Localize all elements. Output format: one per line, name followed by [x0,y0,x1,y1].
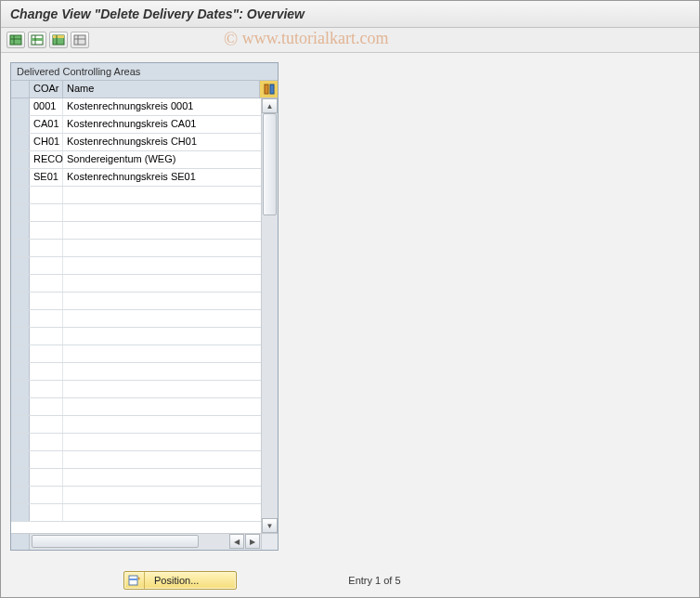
table-row-empty[interactable] [11,504,261,522]
hscroll-corner-right [261,534,278,550]
entry-counter: Entry 1 of 5 [348,575,400,586]
hscroll-thumb[interactable] [32,535,199,548]
column-header-coar[interactable]: COAr [30,81,63,98]
row-selector[interactable] [11,416,30,433]
row-selector[interactable] [11,469,30,486]
row-selector[interactable] [11,98,30,115]
svg-rect-13 [270,84,274,94]
table-row-empty[interactable] [11,345,261,363]
row-selector[interactable] [11,257,30,274]
cell-coar[interactable]: 0001 [30,98,63,115]
svg-rect-4 [32,38,43,41]
row-selector[interactable] [11,240,30,256]
table-row-empty[interactable] [11,222,261,240]
hscroll-track[interactable]: ◀ ▶ [30,534,261,550]
cell-coar[interactable]: SE01 [30,169,63,186]
cell-name[interactable]: Kostenrechnungskreis CH01 [63,134,261,150]
table-row-empty[interactable] [11,451,261,469]
toolbar-btn-1[interactable] [6,32,25,48]
scroll-right-button[interactable]: ▶ [245,534,260,549]
row-selector[interactable] [11,381,30,397]
cell-name[interactable]: Kostenrechnungskreis CA01 [63,116,261,133]
toolbar [1,28,699,53]
position-button[interactable]: Position... [123,571,237,590]
row-selector[interactable] [11,134,30,150]
hscroll-corner-left [11,534,30,550]
cell-name[interactable]: Kostenrechnungskreis 0001 [63,98,261,115]
header-row-selector[interactable] [11,81,30,98]
cell-name[interactable]: Kostenrechnungskreis SE01 [63,169,261,186]
table-row-empty[interactable] [11,240,261,257]
row-selector[interactable] [11,345,30,362]
page-title: Change View "Delete Delivery Dates": Ove… [1,1,699,28]
table-row-empty[interactable] [11,487,261,504]
table-row-empty[interactable] [11,434,261,451]
footer: Position... Entry 1 of 5 [1,571,699,590]
table-row-empty[interactable] [11,310,261,328]
row-selector[interactable] [11,151,30,168]
table-row[interactable]: SE01Kostenrechnungskreis SE01 [11,169,261,187]
table-row-empty[interactable] [11,328,261,345]
row-selector[interactable] [11,487,30,503]
row-selector[interactable] [11,116,30,133]
row-selector[interactable] [11,222,30,239]
scroll-down-button[interactable]: ▼ [262,518,278,533]
row-selector[interactable] [11,434,30,450]
table-row-empty[interactable] [11,416,261,434]
scroll-up-button[interactable]: ▲ [262,98,278,113]
table-row[interactable]: RECOSondereigentum (WEG) [11,151,261,169]
panel-title: Delivered Controlling Areas [11,63,278,81]
toolbar-btn-2[interactable] [28,32,46,48]
grid-header: COAr Name [11,81,278,98]
configure-columns-button[interactable] [259,81,278,98]
row-selector[interactable] [11,451,30,468]
scroll-thumb[interactable] [263,113,277,215]
cell-coar[interactable]: CA01 [30,116,63,133]
table-row-empty[interactable] [11,469,261,487]
table-row-empty[interactable] [11,398,261,416]
toolbar-btn-4[interactable] [71,32,89,48]
table-row-empty[interactable] [11,363,261,381]
table-green-icon [9,33,22,46]
table-row-empty[interactable] [11,187,261,204]
svg-rect-15 [129,578,137,580]
controlling-areas-panel: Delivered Controlling Areas COAr Name 00… [10,62,279,551]
row-selector[interactable] [11,363,30,380]
row-selector[interactable] [11,328,30,344]
column-header-name[interactable]: Name [63,81,259,98]
svg-rect-0 [10,35,21,45]
cell-coar[interactable]: RECO [30,151,63,168]
vertical-scrollbar[interactable]: ▲ ▼ [261,98,278,533]
row-selector[interactable] [11,275,30,292]
table-row[interactable]: 0001Kostenrechnungskreis 0001 [11,98,261,116]
table-yellow-icon [52,33,65,46]
table-row-empty[interactable] [11,257,261,275]
scroll-left-button[interactable]: ◀ [229,534,244,549]
table-gray-icon [73,33,86,46]
cell-name[interactable]: Sondereigentum (WEG) [63,151,261,168]
grid: COAr Name 0001Kostenrechnungskreis 0001 … [11,81,278,550]
scroll-track[interactable] [262,113,278,518]
row-selector[interactable] [11,398,30,415]
table-row[interactable]: CA01Kostenrechnungskreis CA01 [11,116,261,134]
position-icon [124,572,145,589]
row-selector[interactable] [11,310,30,327]
table-row-empty[interactable] [11,275,261,292]
toolbar-btn-3[interactable] [49,32,68,48]
table-row-empty[interactable] [11,381,261,398]
content-area: Delivered Controlling Areas COAr Name 00… [1,53,699,564]
table-row-empty[interactable] [11,292,261,310]
svg-rect-7 [53,35,64,38]
position-button-label: Position... [145,575,236,586]
svg-rect-12 [265,84,268,94]
cell-coar[interactable]: CH01 [30,134,63,150]
row-selector[interactable] [11,169,30,186]
row-selector[interactable] [11,292,30,309]
row-selector[interactable] [11,204,30,221]
row-selector[interactable] [11,504,30,521]
configure-icon [264,84,275,95]
table-row[interactable]: CH01Kostenrechnungskreis CH01 [11,134,261,151]
horizontal-scrollbar[interactable]: ◀ ▶ [11,533,278,550]
row-selector[interactable] [11,187,30,203]
table-row-empty[interactable] [11,204,261,222]
